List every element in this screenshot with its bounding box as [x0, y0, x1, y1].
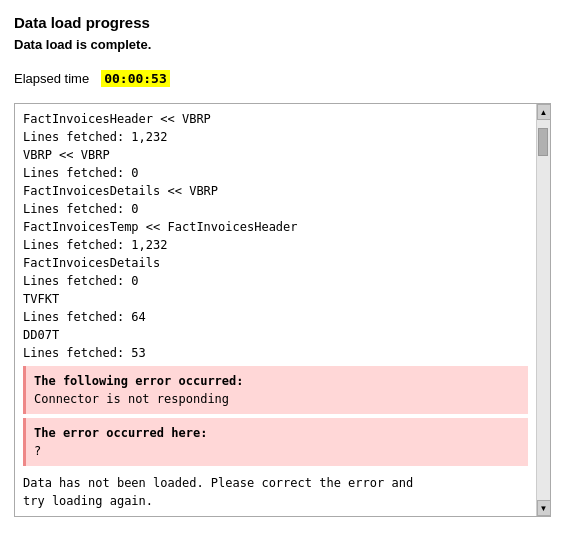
log-line: Lines fetched: 0 [23, 200, 528, 218]
elapsed-row: Elapsed time 00:00:53 [14, 70, 551, 87]
log-line: Lines fetched: 53 [23, 344, 528, 362]
log-line: TVFKT [23, 290, 528, 308]
log-line: FactInvoicesDetails [23, 254, 528, 272]
log-lines-container: FactInvoicesHeader << VBRPLines fetched:… [23, 110, 528, 362]
error-block-1-title: The following error occurred: [34, 372, 520, 390]
log-line: FactInvoicesTemp << FactInvoicesHeader [23, 218, 528, 236]
log-line: Lines fetched: 64 [23, 308, 528, 326]
scroll-up-button[interactable]: ▲ [537, 104, 551, 120]
elapsed-value: 00:00:53 [101, 70, 170, 87]
error-block-1: The following error occurred: Connector … [23, 366, 528, 414]
status-text: Data load is complete. [14, 37, 551, 52]
log-wrapper: FactInvoicesHeader << VBRPLines fetched:… [14, 103, 551, 517]
scrollbar[interactable]: ▲ ▼ [536, 104, 550, 516]
footer-text: Data has not been loaded. Please correct… [23, 474, 528, 510]
error-block-2: The error occurred here: ? [23, 418, 528, 466]
log-line: Lines fetched: 0 [23, 164, 528, 182]
error-block-2-detail: ? [34, 442, 520, 460]
error-block-1-detail: Connector is not responding [34, 390, 520, 408]
log-line: Lines fetched: 1,232 [23, 128, 528, 146]
log-line: FactInvoicesHeader << VBRP [23, 110, 528, 128]
log-line: Lines fetched: 1,232 [23, 236, 528, 254]
scroll-down-button[interactable]: ▼ [537, 500, 551, 516]
log-line: VBRP << VBRP [23, 146, 528, 164]
log-line: DD07T [23, 326, 528, 344]
error-block-2-title: The error occurred here: [34, 424, 520, 442]
scroll-track [537, 120, 550, 500]
scroll-thumb[interactable] [538, 128, 548, 156]
page-title: Data load progress [14, 14, 551, 31]
log-line: FactInvoicesDetails << VBRP [23, 182, 528, 200]
elapsed-label: Elapsed time [14, 71, 89, 86]
log-line: Lines fetched: 0 [23, 272, 528, 290]
log-content: FactInvoicesHeader << VBRPLines fetched:… [15, 104, 536, 516]
page-container: Data load progress Data load is complete… [0, 0, 567, 551]
